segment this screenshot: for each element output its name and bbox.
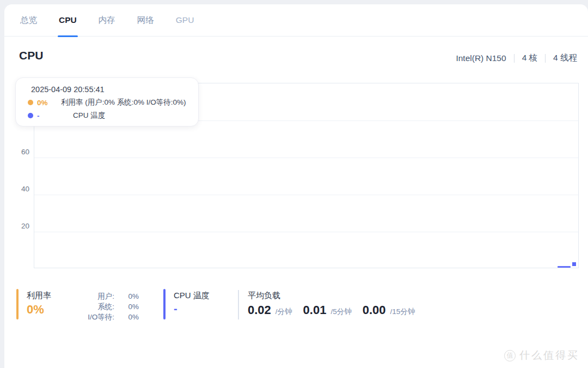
- tab-network[interactable]: 网络: [136, 4, 155, 36]
- tab-gpu[interactable]: GPU: [175, 4, 195, 36]
- tab-memory[interactable]: 内存: [97, 4, 117, 36]
- detail-row-user: 用户: 0%: [59, 291, 139, 301]
- load-average-stat: 平均负载 0.02 /分钟 0.01 /5分钟 0.00 /15分钟: [248, 289, 426, 317]
- detail-row-system: 系统: 0%: [59, 301, 139, 312]
- monitor-card: 总览 CPU 内存 网络 GPU CPU Intel(R) N150 4 核 4…: [4, 4, 588, 368]
- detail-value: 0%: [114, 301, 139, 312]
- chart-tooltip: 2025-04-09 20:55:41 0% 利用率 (用户:0% 系统:0% …: [15, 77, 199, 126]
- temperature-value: -: [174, 303, 210, 315]
- tab-overview[interactable]: 总览: [19, 4, 38, 36]
- tooltip-utilization-row: 0% 利用率 (用户:0% 系统:0% I/O等待:0%): [28, 98, 189, 107]
- stats-footer: 利用率 0% 用户: 0% 系统: 0% I/O等待: 0%: [4, 289, 588, 322]
- info-divider: [514, 54, 514, 63]
- cpu-threads: 4 线程: [553, 52, 577, 64]
- footer-divider: [238, 290, 239, 319]
- temperature-label: CPU 温度: [174, 291, 210, 301]
- tooltip-timestamp: 2025-04-09 20:55:41: [31, 85, 189, 94]
- page-title: CPU: [19, 49, 43, 62]
- detail-row-iowait: I/O等待: 0%: [59, 312, 139, 322]
- load-15min-value: 0.00: [363, 303, 386, 317]
- smzdm-logo-icon: 值: [504, 350, 516, 361]
- detail-label: 用户:: [97, 291, 114, 301]
- monitor-page: 总览 CPU 内存 网络 GPU CPU Intel(R) N150 4 核 4…: [0, 0, 588, 368]
- utilization-accent-bar: [16, 289, 19, 319]
- load-5min: 0.01 /5分钟: [303, 303, 352, 317]
- utilization-line-segment: [558, 266, 571, 268]
- ytick-40: 40: [4, 185, 29, 193]
- cpu-info: Intel(R) N150 4 核 4 线程: [456, 52, 577, 64]
- load-average-label: 平均负载: [248, 291, 426, 301]
- load-5min-unit: /5分钟: [330, 307, 351, 317]
- utilization-dot-icon: [28, 100, 33, 105]
- tooltip-temperature-label: CPU 温度: [61, 111, 105, 120]
- info-divider: [545, 54, 546, 63]
- tooltip-utilization-value: 0%: [37, 99, 61, 107]
- gridline-40: [34, 195, 578, 195]
- tooltip-utilization-label: 利用率 (用户:0% 系统:0% I/O等待:0%): [61, 98, 186, 107]
- cpu-cores: 4 核: [522, 52, 537, 64]
- temperature-accent-bar: [163, 289, 166, 319]
- utilization-stat: 利用率 0%: [16, 289, 51, 319]
- watermark-text: 什么值得买: [519, 348, 579, 363]
- detail-value: 0%: [114, 291, 139, 301]
- load-1min: 0.02 /分钟: [248, 303, 292, 317]
- tooltip-temperature-row: - CPU 温度: [28, 111, 189, 120]
- load-15min-unit: /15分钟: [390, 307, 415, 317]
- load-5min-value: 0.01: [303, 303, 327, 317]
- load-15min: 0.00 /15分钟: [363, 303, 415, 317]
- ytick-60: 60: [4, 148, 29, 156]
- temperature-stat: CPU 温度 -: [163, 289, 210, 319]
- cpu-model: Intel(R) N150: [456, 53, 506, 63]
- detail-value: 0%: [114, 312, 139, 322]
- load-1min-value: 0.02: [248, 303, 271, 317]
- detail-label: I/O等待:: [88, 312, 114, 322]
- tab-bar: 总览 CPU 内存 网络 GPU: [4, 4, 588, 37]
- detail-label: 系统:: [97, 301, 114, 312]
- tab-cpu[interactable]: CPU: [58, 4, 78, 36]
- temperature-dot-icon: [28, 113, 33, 118]
- load-1min-unit: /分钟: [275, 307, 292, 317]
- ytick-20: 20: [4, 222, 29, 230]
- utilization-details: 用户: 0% 系统: 0% I/O等待: 0%: [59, 291, 139, 322]
- utilization-value: 0%: [27, 303, 51, 317]
- gridline-20: [34, 232, 578, 232]
- gridline-60: [34, 158, 578, 158]
- utilization-line-marker: [572, 262, 576, 266]
- tooltip-temperature-value: -: [37, 112, 61, 120]
- smzdm-watermark: 值 什么值得买: [504, 348, 579, 363]
- utilization-label: 利用率: [27, 291, 51, 301]
